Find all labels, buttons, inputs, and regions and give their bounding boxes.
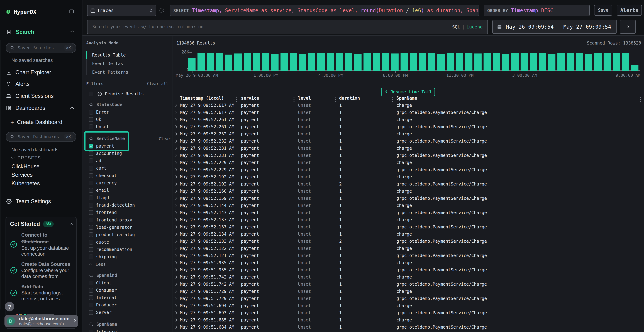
chevron-right-icon[interactable] <box>174 154 177 157</box>
checkbox[interactable] <box>89 203 94 208</box>
chevron-right-icon[interactable] <box>174 268 177 272</box>
table-row[interactable]: May 27 9:09:52.192 AMpaymentUnset1charge <box>172 173 644 180</box>
histogram-bar[interactable] <box>474 54 482 71</box>
run-query-button[interactable] <box>620 20 636 34</box>
chevron-right-icon[interactable] <box>174 240 177 243</box>
histogram-bar[interactable] <box>327 53 334 71</box>
chevron-right-icon[interactable] <box>174 283 177 286</box>
histogram-bar[interactable] <box>576 53 583 71</box>
lucene-search-input[interactable]: Search your events w/ Lucene ex. column:… <box>87 20 488 34</box>
filter-group-header[interactable]: StatusCode <box>82 101 172 108</box>
chevron-right-icon[interactable] <box>174 261 177 264</box>
checkbox[interactable] <box>89 288 94 293</box>
histogram-bar[interactable] <box>206 52 214 71</box>
checkbox[interactable] <box>89 295 94 300</box>
histogram-bar[interactable] <box>317 52 325 71</box>
sidebar-item-services[interactable]: Services <box>12 171 80 179</box>
alerts-button[interactable]: Alerts <box>617 5 642 16</box>
table-row[interactable]: May 27 9:09:51.935 AMpaymentUnset1charge <box>172 259 644 266</box>
histogram-bar[interactable] <box>382 52 390 71</box>
histogram-bar[interactable] <box>631 65 639 71</box>
filter-option-ad[interactable]: ad <box>82 157 172 164</box>
table-row[interactable]: May 27 9:09:52.231 AMpaymentUnset1charge <box>172 145 644 152</box>
checkbox[interactable] <box>89 158 94 163</box>
checkbox[interactable] <box>89 151 94 156</box>
table-row[interactable]: May 27 9:09:51.935 AMpaymentUnset1grpc.o… <box>172 266 644 274</box>
source-select[interactable]: Traces <box>87 5 156 16</box>
chevron-right-icon[interactable] <box>174 204 177 207</box>
save-button[interactable]: Save <box>594 5 612 16</box>
checkbox[interactable] <box>89 124 94 129</box>
filter-option-recommendation[interactable]: recommendation <box>82 246 172 253</box>
filter-option-error[interactable]: Error <box>82 108 172 116</box>
chevron-right-icon[interactable] <box>174 233 177 236</box>
checkbox[interactable] <box>89 281 94 285</box>
table-row[interactable]: May 27 9:09:52.137 AMpaymentUnset1charge <box>172 216 644 224</box>
denoise-checkbox[interactable] <box>89 92 94 96</box>
filter-option-frontend[interactable]: frontend <box>82 209 172 216</box>
histogram-bar[interactable] <box>484 53 491 71</box>
chevron-right-icon[interactable] <box>174 190 177 193</box>
filter-option-payment[interactable]: payment <box>82 142 172 150</box>
histogram-bar[interactable] <box>364 53 371 71</box>
filter-group-header[interactable]: ServiceNameClear <box>82 135 172 142</box>
filter-option-product-catalog[interactable]: product-catalog <box>82 231 172 238</box>
histogram-bar[interactable] <box>585 54 592 71</box>
filter-option-shipping[interactable]: shipping <box>82 253 172 260</box>
sidebar-item-chart-explorer[interactable]: Chart Explorer <box>0 68 82 77</box>
column-menu-icon[interactable] <box>392 97 393 98</box>
checkbox[interactable] <box>89 117 94 122</box>
chevron-right-icon[interactable] <box>174 247 177 250</box>
table-row[interactable]: May 27 9:09:52.232 AMpaymentUnset1charge <box>172 130 644 138</box>
histogram-bar[interactable] <box>493 52 500 71</box>
clear-all-button[interactable]: Clear all <box>147 80 168 87</box>
checkbox[interactable] <box>89 196 94 200</box>
checkbox[interactable] <box>89 247 94 252</box>
table-row[interactable]: May 27 9:09:52.134 AMpaymentUnset1charge <box>172 230 644 238</box>
chevron-right-icon[interactable] <box>174 254 177 257</box>
histogram-bar[interactable] <box>400 53 408 71</box>
filter-option-quote[interactable]: quote <box>82 238 172 246</box>
histogram-bar[interactable] <box>410 52 417 71</box>
chevron-right-icon[interactable] <box>174 168 177 171</box>
histogram-bar[interactable] <box>465 52 472 71</box>
filter-option-client[interactable]: Client <box>82 279 172 286</box>
chevron-right-icon[interactable] <box>174 183 177 186</box>
table-row[interactable]: May 27 9:09:51.684 AMpaymentUnset1grpc.o… <box>172 324 644 331</box>
histogram-bar[interactable] <box>447 53 454 71</box>
table-row[interactable]: May 27 9:09:52.617 AMpaymentUnset1grpc.o… <box>172 109 644 116</box>
column-menu-icon[interactable] <box>335 97 336 98</box>
histogram-bar[interactable] <box>502 54 509 71</box>
table-row[interactable]: May 27 9:09:52.121 AMpaymentUnset1grpc.o… <box>172 252 644 259</box>
checkbox[interactable] <box>89 330 94 332</box>
histogram-bar[interactable] <box>271 54 278 71</box>
table-row[interactable]: May 27 9:09:52.192 AMpaymentUnset2grpc.o… <box>172 180 644 188</box>
filter-option-producer[interactable]: Producer <box>82 301 172 308</box>
checkbox[interactable] <box>89 218 94 222</box>
column-header-timestamp-local-[interactable]: Timestamp (Local) <box>180 95 224 102</box>
sidebar-collapse-icon[interactable] <box>69 9 74 14</box>
histogram-bar[interactable] <box>308 53 316 71</box>
table-row[interactable]: May 27 9:09:51.742 AMpaymentUnset1grpc.o… <box>172 281 644 288</box>
histogram-bar[interactable] <box>456 53 463 71</box>
show-less-toggle[interactable]: Less <box>82 261 172 268</box>
saved-searches-input[interactable]: Saved Searches ⌘K <box>6 43 76 53</box>
histogram-bar[interactable] <box>299 54 306 71</box>
date-range-picker[interactable]: May 26 09:09:54 - May 27 09:09:54 <box>492 20 617 34</box>
histogram-bar[interactable] <box>438 54 445 71</box>
histogram-bar[interactable] <box>198 52 205 71</box>
histogram-bar[interactable] <box>188 58 196 71</box>
histogram-bar[interactable] <box>253 53 260 71</box>
histogram-bar[interactable] <box>548 54 556 71</box>
histogram-bar[interactable] <box>520 52 528 71</box>
filter-option-ok[interactable]: Ok <box>82 116 172 123</box>
filter-option-server[interactable]: Server <box>82 309 172 316</box>
table-row[interactable]: May 27 9:09:52.133 AMpaymentUnset2grpc.o… <box>172 238 644 245</box>
denoise-results-toggle[interactable]: Denoise Results <box>82 90 172 98</box>
create-dashboard-button[interactable]: + Create Dashboard <box>0 118 82 126</box>
checkbox[interactable] <box>89 188 94 193</box>
histogram-bar[interactable] <box>234 54 242 71</box>
filter-group-header[interactable]: SpanKind <box>82 272 172 279</box>
chevron-right-icon[interactable] <box>174 104 177 107</box>
histogram-bar[interactable] <box>225 54 232 71</box>
